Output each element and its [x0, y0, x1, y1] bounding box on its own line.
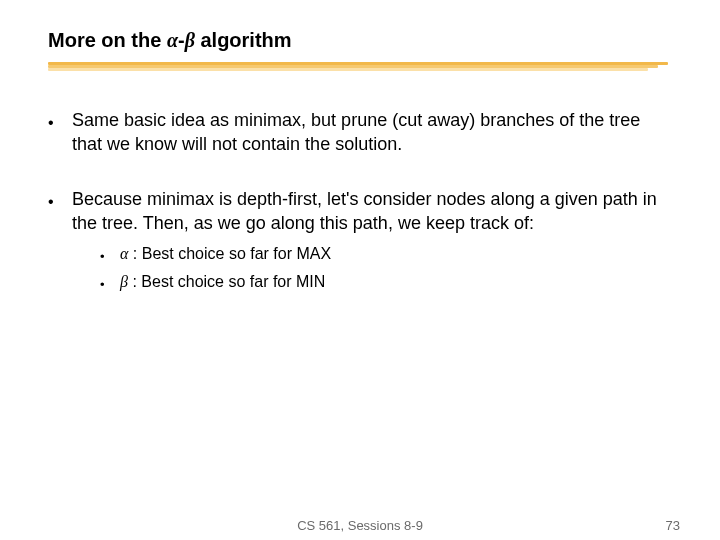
bullet-dot-icon	[100, 271, 120, 295]
sub-bullet-label: : Best choice so far for MAX	[128, 245, 331, 262]
bullet-text-inner: Because minimax is depth-first, let's co…	[72, 189, 657, 233]
bullet-item: Same basic idea as minimax, but prune (c…	[48, 108, 672, 157]
sub-bullet-text: α : Best choice so far for MAX	[120, 243, 672, 267]
sub-bullet-item: β : Best choice so far for MIN	[100, 271, 672, 295]
sub-bullet-text: β : Best choice so far for MIN	[120, 271, 672, 295]
bullet-text: Same basic idea as minimax, but prune (c…	[72, 108, 672, 157]
bullet-dot-icon	[48, 108, 72, 157]
bullet-text: Because minimax is depth-first, let's co…	[72, 187, 672, 299]
slide-title: More on the α-β algorithm	[48, 28, 672, 52]
sub-bullet-label: : Best choice so far for MIN	[128, 273, 325, 290]
title-block: More on the α-β algorithm	[48, 28, 672, 72]
sub-bullet-list: α : Best choice so far for MAX β : Best …	[100, 243, 672, 294]
sub-bullet-item: α : Best choice so far for MAX	[100, 243, 672, 267]
bullet-dot-icon	[100, 243, 120, 267]
footer-page-number: 73	[666, 518, 680, 533]
slide-content: Same basic idea as minimax, but prune (c…	[48, 108, 672, 298]
title-prefix: More on the	[48, 29, 167, 51]
footer-course: CS 561, Sessions 8-9	[297, 518, 423, 533]
beta-symbol: β	[120, 273, 128, 290]
beta-symbol: β	[185, 29, 195, 51]
title-underline	[48, 62, 672, 72]
title-suffix: algorithm	[195, 29, 292, 51]
title-dash: -	[178, 29, 185, 51]
bullet-dot-icon	[48, 187, 72, 299]
alpha-symbol: α	[167, 29, 178, 51]
bullet-item: Because minimax is depth-first, let's co…	[48, 187, 672, 299]
